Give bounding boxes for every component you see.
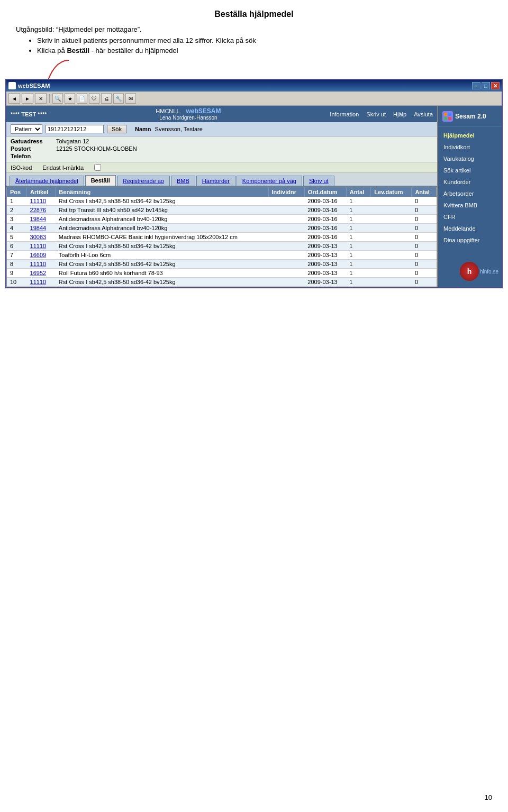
patient-info: Namn Svensson, Testare (135, 126, 203, 132)
table-row: 7 16609 Toaförlh Hi-Loo 6cm 2009-03-13 1… (7, 251, 437, 260)
tab-registrerade-ao[interactable]: Registrerade ao (117, 176, 170, 186)
bullet-item-2: Klicka på Beställ - här beställer du hjä… (37, 47, 492, 54)
titlebar-buttons[interactable]: – □ ✕ (472, 82, 500, 89)
cell-pos: 10 (7, 278, 27, 287)
cell-benamning: Toaförlh Hi-Loo 6cm (56, 251, 268, 260)
cell-antal: 1 (346, 224, 371, 233)
sidebar-item-dina-uppgifter[interactable]: Dina uppgifter (438, 234, 502, 246)
cell-artikel[interactable]: 16952 (27, 269, 56, 278)
cell-lev-datum (371, 269, 412, 278)
titlebar: webSESAM – □ ✕ (6, 80, 502, 92)
endast-checkbox[interactable] (94, 164, 101, 171)
print-icon[interactable]: 🖨 (101, 93, 112, 104)
cell-pos: 3 (7, 215, 27, 224)
sidebar-item-varukatalog[interactable]: Varukatalog (438, 153, 502, 165)
close-tab-button[interactable]: ✕ (35, 93, 47, 104)
star-icon[interactable]: ★ (65, 93, 75, 104)
tab-komponenter[interactable]: Komponenter på väg (237, 176, 302, 186)
app-header-nav: Information Skriv ut Hjälp Avsluta (330, 111, 433, 117)
search-button[interactable]: Sök (107, 125, 126, 133)
close-button[interactable]: ✕ (491, 82, 500, 89)
forward-button[interactable]: ► (22, 93, 33, 104)
mail-icon[interactable]: ✉ (125, 93, 136, 104)
table-row: 8 11110 Rst Cross I sb42,5 sh38-50 sd36-… (7, 260, 437, 269)
minimize-button[interactable]: – (472, 82, 480, 89)
cell-antal2: 0 (412, 251, 437, 260)
sidebar-item-sok-artikel[interactable]: Sök artikel (438, 165, 502, 176)
tab-bestall[interactable]: Beställ (85, 175, 116, 186)
nav-skriv-ut[interactable]: Skriv ut (366, 111, 386, 117)
test-label: **** TEST **** (11, 111, 47, 117)
back-button[interactable]: ◄ (8, 93, 20, 104)
cell-artikel[interactable]: 30083 (27, 233, 56, 242)
shield-icon[interactable]: 🛡 (89, 93, 99, 104)
cell-lev-datum (371, 260, 412, 269)
tools-icon[interactable]: 🔧 (113, 93, 124, 104)
tab-aterlamnande[interactable]: Återlämnade hjälpmedel (10, 176, 84, 186)
user-label: Lena Nordgren-Hansson (159, 115, 217, 121)
sidebar-item-arbetsorder[interactable]: Arbetsorder (438, 188, 502, 199)
cell-antal2: 0 (412, 224, 437, 233)
sidebar-item-hjalp[interactable]: Hjälpmedel (438, 130, 502, 141)
col-ord-datum: Ord.datum (304, 187, 346, 197)
cell-artikel[interactable]: 22876 (27, 206, 56, 215)
maximize-button[interactable]: □ (482, 82, 490, 89)
table-row: 5 30083 Madrass RHOMBO-CARE Basic inkl h… (7, 233, 437, 242)
cell-artikel[interactable]: 11110 (27, 242, 56, 251)
intro-section: Utgångsbild: “Hjälpmedel per mottagare”.… (16, 25, 492, 54)
sidebar-item-kundorder[interactable]: Kundorder (438, 176, 502, 188)
search-icon[interactable]: 🔍 (52, 93, 63, 104)
cell-antal: 1 (346, 251, 371, 260)
toolbar-separator (49, 94, 50, 103)
patient-details: Gatuadress Tolvgatan 12 Postort 12125 ST… (6, 136, 437, 162)
cell-artikel[interactable]: 19844 (27, 224, 56, 233)
cell-artikel[interactable]: 11110 (27, 260, 56, 269)
cell-individnr (268, 251, 304, 260)
sidebar-item-cfr[interactable]: CFR (438, 211, 502, 223)
cell-benamning: Rst Cross I sb42,5 sh38-50 sd36-42 bv125… (56, 197, 268, 206)
cell-individnr (268, 260, 304, 269)
tab-hamtorder[interactable]: Hämtorder (196, 176, 235, 186)
cell-artikel[interactable]: 19844 (27, 215, 56, 224)
cell-ord-datum: 2009-03-16 (304, 215, 346, 224)
cell-artikel[interactable]: 11110 (27, 197, 56, 206)
cell-individnr (268, 206, 304, 215)
cell-antal: 1 (346, 215, 371, 224)
cell-pos: 4 (7, 224, 27, 233)
cell-pos: 8 (7, 260, 27, 269)
endast-label: Endast I-märkta (42, 165, 84, 171)
cell-antal: 1 (346, 242, 371, 251)
sidebar-item-kvittera-bmb[interactable]: Kvittera BMB (438, 199, 502, 211)
cell-benamning: Rst trp Transit III sb40 sh50 sd42 bv145… (56, 206, 268, 215)
cell-lev-datum (371, 197, 412, 206)
sesam-logo-icon (442, 111, 453, 122)
cell-individnr (268, 233, 304, 242)
sidebar-item-meddelande[interactable]: Meddelande (438, 223, 502, 234)
tab-bmb[interactable]: BMB (171, 176, 195, 186)
cell-antal2: 0 (412, 215, 437, 224)
toolbar-icons: 🔍 ★ 📄 🛡 🖨 🔧 ✉ (52, 93, 136, 104)
cell-antal2: 0 (412, 269, 437, 278)
cell-ord-datum: 2009-03-16 (304, 197, 346, 206)
patient-number-input[interactable] (46, 125, 104, 133)
nav-information[interactable]: Information (330, 111, 359, 117)
cell-artikel[interactable]: 16609 (27, 251, 56, 260)
table-row: 6 11110 Rst Cross I sb42,5 sh38-50 sd36-… (7, 242, 437, 251)
cell-benamning: Rst Cross I sb42,5 sh38-50 sd36-42 bv125… (56, 278, 268, 287)
patient-bar: Patient Sök Namn Svensson, Testare (6, 122, 437, 136)
page-icon[interactable]: 📄 (77, 93, 87, 104)
cell-benamning: Antidecmadrass Alphatrancell bv40-120kg (56, 215, 268, 224)
cell-antal2: 0 (412, 197, 437, 206)
cell-pos: 1 (7, 197, 27, 206)
nav-hjalp[interactable]: Hjälp (393, 111, 406, 117)
cell-artikel[interactable]: 11110 (27, 278, 56, 287)
nav-avsluta[interactable]: Avsluta (414, 111, 433, 117)
tab-skriv-ut[interactable]: Skriv ut (303, 176, 334, 186)
sidebar-item-individkort[interactable]: Individkort (438, 141, 502, 153)
bullet-item-1: Skriv in aktuell patients personnummer m… (37, 37, 492, 44)
patient-type-dropdown[interactable]: Patient (11, 124, 42, 134)
cell-lev-datum (371, 206, 412, 215)
main-layout: **** TEST **** HMCNLL webSESAM Lena Nord… (6, 106, 502, 287)
telefon-row: Telefon (11, 153, 137, 159)
table-row: 10 11110 Rst Cross I sb42,5 sh38-50 sd36… (7, 278, 437, 287)
